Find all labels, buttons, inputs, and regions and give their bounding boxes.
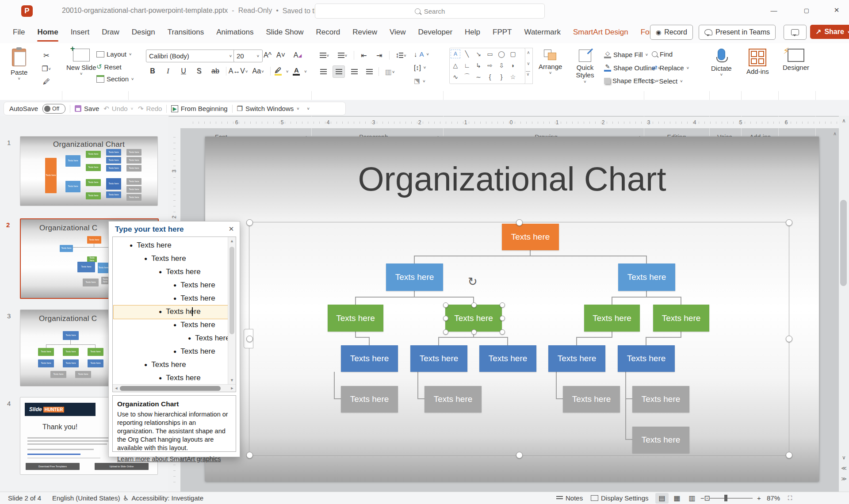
scrollbar-thumb[interactable]: [840, 200, 847, 286]
layout-button[interactable]: Layout∨: [96, 50, 132, 58]
collapse-ribbon-icon[interactable]: ∧: [833, 131, 837, 137]
org-node-root[interactable]: Texts here: [502, 224, 559, 250]
line-shape-icon[interactable]: ╲: [461, 49, 473, 59]
tab-insert[interactable]: Insert: [65, 21, 96, 43]
tab-help[interactable]: Help: [459, 21, 486, 43]
shape-handle[interactable]: [471, 329, 477, 335]
powerpoint-app-icon[interactable]: P: [21, 5, 33, 17]
from-beginning-button[interactable]: ▶From Beginning: [171, 105, 227, 112]
right-arrow-shape-icon[interactable]: ⇨: [484, 60, 496, 71]
quick-styles-button[interactable]: Quick Styles ∨: [572, 50, 598, 84]
shape-fill-button[interactable]: ◇ Shape Fill∨: [604, 50, 648, 58]
scribble-shape-icon[interactable]: ∿: [450, 72, 461, 82]
scroll-left-icon[interactable]: ◄: [114, 386, 119, 390]
shape-handle[interactable]: [471, 302, 477, 308]
shape-effects-button[interactable]: Shape Effects∨: [604, 77, 659, 84]
org-node-l2-right[interactable]: Texts here: [618, 263, 675, 291]
fit-to-window-button[interactable]: ⛶: [788, 492, 792, 504]
italic-button[interactable]: I: [162, 65, 174, 77]
selection-handle[interactable]: [516, 219, 523, 226]
font-size-select[interactable]: 20∨: [233, 50, 263, 62]
org-node-l4-3[interactable]: Texts here: [479, 345, 536, 372]
zoom-out-button[interactable]: −: [700, 492, 704, 504]
share-button[interactable]: ↗ Share ∨: [810, 25, 849, 39]
arrow-shape-icon[interactable]: ↘: [473, 49, 484, 59]
org-node-l5-3[interactable]: Texts here: [563, 386, 620, 412]
text-pane-item[interactable]: ●Texts here: [173, 279, 215, 292]
elbow-arrow-connector-icon[interactable]: ↳: [473, 60, 484, 71]
increase-font-size-button[interactable]: A^: [262, 50, 273, 61]
convert-smartart-button[interactable]: ⬔∨: [414, 77, 426, 85]
selection-handle[interactable]: [246, 219, 253, 226]
minimize-button[interactable]: —: [763, 0, 784, 20]
tab-smartart-design[interactable]: SmartArt Design: [567, 21, 634, 43]
find-button[interactable]: Find: [652, 50, 673, 58]
text-pane-item[interactable]: ●Texts here: [173, 345, 215, 358]
org-node-l3-2-selected[interactable]: Texts here: [445, 305, 502, 332]
tab-developer[interactable]: Developer: [413, 21, 459, 43]
learn-more-link[interactable]: Learn more about SmartArt graphics: [117, 455, 231, 463]
justify-button[interactable]: [363, 66, 375, 77]
replace-button[interactable]: ⇄ Replace∨: [652, 64, 689, 72]
text-pane-item[interactable]: ●Texts here: [159, 265, 201, 279]
change-case-button[interactable]: Aa∨: [250, 65, 266, 77]
text-direction-button[interactable]: ↓A∨: [414, 50, 429, 58]
tab-transitions[interactable]: Transitions: [162, 21, 210, 43]
tab-design[interactable]: Design: [126, 21, 161, 43]
text-pane-item[interactable]: ●Texts here: [173, 318, 215, 332]
org-node-l2-left[interactable]: Texts here: [386, 263, 443, 291]
scroll-down-icon[interactable]: ▼: [228, 378, 236, 382]
display-settings-button[interactable]: Display Settings: [591, 492, 649, 504]
text-pane-item[interactable]: ●Texts here: [144, 252, 186, 265]
zoom-level[interactable]: 87%: [767, 492, 780, 504]
scroll-right-icon[interactable]: ►: [230, 386, 234, 390]
selection-handle[interactable]: [786, 452, 792, 458]
org-node-l4-1[interactable]: Texts here: [341, 345, 398, 372]
scrollbar-thumb[interactable]: [120, 386, 221, 391]
org-node-l3-1[interactable]: Texts here: [328, 305, 383, 332]
highlight-color-button[interactable]: 🖊: [275, 67, 282, 76]
redo-button[interactable]: ↷Redo: [138, 105, 162, 113]
align-right-button[interactable]: [348, 66, 360, 77]
text-shadow-button[interactable]: S: [193, 65, 205, 77]
shape-handle[interactable]: [500, 329, 505, 335]
tab-file[interactable]: File: [7, 21, 31, 43]
columns-button[interactable]: ▥∨: [382, 66, 398, 77]
shape-handle[interactable]: [443, 316, 448, 321]
scroll-down-icon[interactable]: ∨: [839, 454, 849, 461]
search-input[interactable]: Search: [315, 4, 545, 19]
selection-handle[interactable]: [516, 452, 523, 458]
paste-button[interactable]: Paste ∨: [11, 49, 27, 81]
zoom-slider-track[interactable]: [709, 498, 753, 499]
slide-title[interactable]: Organizational Chart: [205, 160, 819, 198]
text-pane-item[interactable]: ●Texts here: [159, 371, 201, 385]
zoom-slider-thumb[interactable]: [724, 495, 727, 501]
bold-button[interactable]: B: [147, 65, 158, 77]
character-spacing-button[interactable]: A↔V∨: [230, 65, 246, 77]
select-button[interactable]: ▷ Select∨: [652, 77, 683, 85]
scroll-up-icon[interactable]: ▲: [228, 239, 236, 243]
callout-shape-icon[interactable]: ◗: [507, 60, 519, 71]
font-color-button[interactable]: A: [293, 67, 300, 76]
new-slide-button[interactable]: New Slide ∨: [66, 49, 96, 76]
text-pane-item[interactable]: ●Texts here: [144, 358, 186, 371]
arrange-button[interactable]: Arrange ∨: [539, 50, 562, 76]
numbering-button[interactable]: ∨: [336, 50, 350, 61]
org-node-l3-3[interactable]: Texts here: [584, 305, 640, 332]
org-node-l5-4[interactable]: Texts here: [632, 386, 689, 412]
vertical-scrollbar[interactable]: ∧ ∨ ≪ ≫: [839, 116, 849, 492]
selection-handle[interactable]: [246, 336, 253, 342]
autosave-toggle[interactable]: Off: [42, 104, 65, 114]
right-brace-shape-icon[interactable]: }: [496, 72, 507, 82]
switch-windows-button[interactable]: ❐Switch Windows∨: [237, 105, 300, 113]
underline-button[interactable]: U: [178, 65, 189, 77]
shapes-gallery-scroll[interactable]: ∧∨∨: [524, 48, 533, 84]
text-pane-close-icon[interactable]: ✕: [226, 224, 237, 234]
save-button[interactable]: Save: [75, 105, 99, 112]
language-status[interactable]: English (United States): [52, 492, 120, 504]
org-node-l4-4[interactable]: Texts here: [548, 345, 605, 372]
slide-counter[interactable]: Slide 2 of 4: [8, 492, 41, 504]
selection-handle[interactable]: [786, 219, 792, 226]
dictate-button[interactable]: Dictate ∨: [711, 49, 732, 77]
restore-button[interactable]: ▢: [796, 0, 817, 20]
